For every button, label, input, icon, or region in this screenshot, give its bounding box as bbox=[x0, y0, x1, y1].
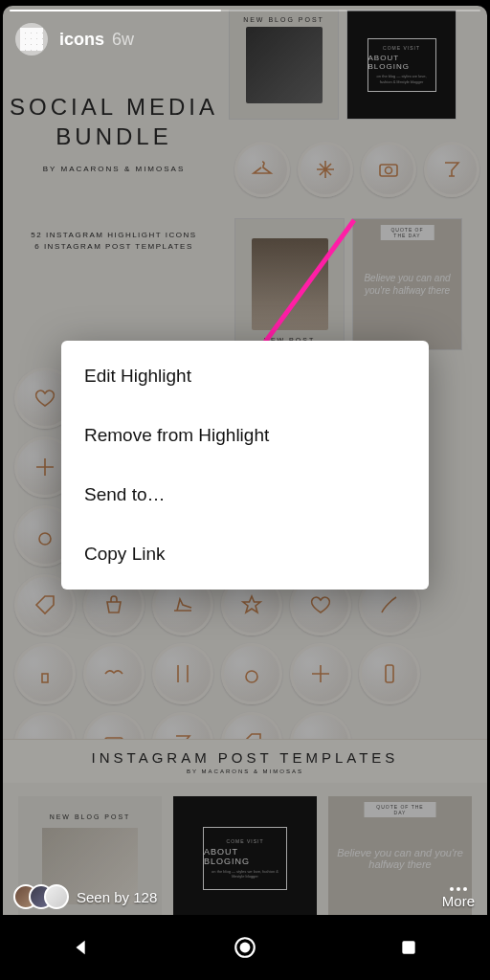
hero-sub-1: 52 INSTAGRAM HIGHLIGHT ICONS bbox=[3, 231, 225, 239]
svg-point-5 bbox=[39, 533, 51, 545]
hero-title: SOCIAL MEDIA BUNDLE bbox=[3, 92, 225, 151]
nav-recent-button[interactable] bbox=[394, 933, 423, 962]
grid-icon bbox=[20, 28, 43, 51]
viewer-avatar bbox=[44, 884, 69, 909]
story-progress-fill bbox=[10, 10, 221, 11]
about-heading: ABOUT BLOGING bbox=[368, 54, 435, 71]
story-age: 6w bbox=[112, 30, 134, 50]
camera-icon bbox=[361, 142, 416, 197]
icon-row-small bbox=[231, 138, 487, 201]
svg-point-1 bbox=[386, 167, 392, 174]
quote-text: Believe you can and you're halfway there bbox=[359, 272, 456, 297]
story-header[interactable]: icons 6w bbox=[15, 23, 134, 56]
lipstick-icon bbox=[14, 643, 76, 704]
more-button[interactable]: More bbox=[442, 887, 475, 909]
btile-quote-label: QUOTE OF THE DAY bbox=[365, 802, 436, 817]
hero-sub-2: 6 INSTAGRAM POST TEMPLATES bbox=[3, 242, 225, 251]
btile-about-heading: ABOUT BLOGING bbox=[204, 847, 286, 866]
story-progress-bar bbox=[10, 10, 480, 11]
ring-icon bbox=[221, 643, 282, 704]
more-label: More bbox=[442, 893, 475, 909]
tile-row-2: NEW POST QUOTE OF THE DAY Believe you ca… bbox=[231, 214, 487, 354]
svg-point-15 bbox=[240, 943, 251, 953]
btile-about-small: COME VISIT bbox=[227, 838, 264, 844]
menu-edit-highlight[interactable]: Edit Highlight bbox=[61, 346, 429, 406]
btile-about-body: on the blog — styles we love, fashion & … bbox=[204, 869, 286, 879]
nav-home-button[interactable] bbox=[231, 933, 259, 962]
btile-about-box: COME VISIT ABOUT BLOGING on the blog — s… bbox=[203, 827, 287, 890]
tile-photo bbox=[246, 27, 323, 103]
svg-point-10 bbox=[246, 671, 257, 682]
banner-byline: BY MACARONS & MIMOSAS bbox=[187, 768, 303, 774]
btile-caption: NEW BLOG POST bbox=[50, 813, 131, 820]
sparkle-icon bbox=[290, 643, 351, 704]
hero-byline: BY MACARONS & MIMOSAS bbox=[3, 165, 225, 173]
cocktail-icon bbox=[424, 142, 479, 197]
svg-rect-9 bbox=[42, 674, 48, 682]
cutlery-icon bbox=[152, 643, 213, 704]
about-box: COME VISIT ABOUT BLOGING on the blog — s… bbox=[368, 38, 436, 92]
about-small: COME VISIT bbox=[383, 45, 420, 51]
story-viewer: SOCIAL MEDIA BUNDLE BY MACARONS & MIMOSA… bbox=[0, 0, 490, 915]
phone-icon bbox=[359, 643, 420, 704]
section-banner: INSTAGRAM POST TEMPLATES BY MACARONS & M… bbox=[3, 739, 487, 783]
hero-sub: 52 INSTAGRAM HIGHLIGHT ICONS 6 INSTAGRAM… bbox=[3, 231, 225, 251]
top-tile-grid: NEW BLOG POST COME VISIT ABOUT BLOGING o… bbox=[225, 6, 487, 123]
device-frame: SOCIAL MEDIA BUNDLE BY MACARONS & MIMOSA… bbox=[0, 0, 490, 980]
btile-about: COME VISIT ABOUT BLOGING on the blog — s… bbox=[173, 796, 317, 915]
tile-quote: QUOTE OF THE DAY Believe you can and you… bbox=[352, 218, 462, 350]
seen-by-button[interactable]: Seen by 128 bbox=[13, 884, 157, 909]
quote-label: QUOTE OF THE DAY bbox=[380, 225, 434, 240]
tile-caption: NEW BLOG POST bbox=[243, 16, 324, 23]
btile-quote-text: Believe you can and you're halfway there bbox=[336, 847, 464, 870]
nav-back-button[interactable] bbox=[67, 933, 96, 962]
menu-copy-link[interactable]: Copy Link bbox=[61, 524, 429, 584]
banner-title: INSTAGRAM POST TEMPLATES bbox=[92, 749, 399, 766]
menu-remove-highlight[interactable]: Remove from Highlight bbox=[61, 406, 429, 465]
hero-title-line1: SOCIAL MEDIA bbox=[10, 94, 218, 120]
tile-new-blog-post: NEW BLOG POST bbox=[229, 10, 339, 120]
lips-icon bbox=[83, 643, 145, 704]
about-body: on the blog — styles we love, fashion & … bbox=[368, 74, 435, 83]
more-icon bbox=[450, 887, 467, 891]
svg-rect-16 bbox=[402, 941, 414, 953]
seen-by-label: Seen by 128 bbox=[77, 889, 157, 905]
android-navbar bbox=[0, 915, 490, 980]
sparkle-icon bbox=[298, 142, 353, 197]
svg-rect-11 bbox=[386, 665, 393, 682]
tile-about-bloging: COME VISIT ABOUT BLOGING on the blog — s… bbox=[346, 10, 457, 120]
highlight-name[interactable]: icons bbox=[59, 30, 104, 50]
context-menu: Edit Highlight Remove from Highlight Sen… bbox=[61, 341, 429, 590]
hanger-icon bbox=[234, 142, 290, 197]
menu-send-to[interactable]: Send to… bbox=[61, 465, 429, 524]
highlight-cover-avatar[interactable] bbox=[15, 23, 48, 56]
tile-photo bbox=[252, 238, 328, 330]
tile-new-post: NEW POST bbox=[234, 218, 345, 350]
hero-title-line2: BUNDLE bbox=[56, 123, 171, 149]
